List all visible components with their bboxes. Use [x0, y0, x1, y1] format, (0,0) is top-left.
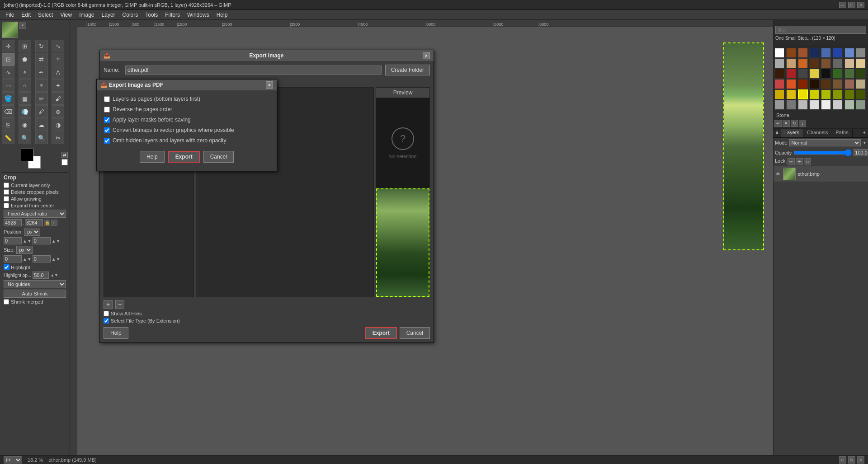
statusbar-btn-1[interactable]: ↩: [839, 456, 846, 464]
layer-visibility-icon[interactable]: 👁: [775, 171, 781, 177]
swatch-41[interactable]: [786, 100, 796, 110]
opacity-slider[interactable]: [793, 150, 852, 156]
tool-paintbrush[interactable]: 🖌: [52, 92, 64, 105]
current-layer-checkbox[interactable]: [4, 183, 9, 188]
swatch-3[interactable]: [809, 48, 819, 58]
swatch-37[interactable]: [833, 89, 843, 99]
swatch-35[interactable]: [809, 89, 819, 99]
shrink-merged-checkbox[interactable]: [4, 299, 9, 305]
swatch-6[interactable]: [844, 48, 854, 58]
swatch-36[interactable]: [821, 89, 831, 99]
unit-select[interactable]: px mm inch: [4, 456, 22, 464]
omit-hidden-checkbox[interactable]: [104, 138, 110, 144]
export-pdf-close-btn[interactable]: ×: [266, 81, 273, 89]
swatch-19[interactable]: [809, 69, 819, 79]
swatch-13[interactable]: [833, 58, 843, 68]
tool-free-select[interactable]: ⌖: [35, 79, 48, 92]
export-image-help-btn[interactable]: Help: [104, 327, 128, 339]
menu-image[interactable]: Image: [75, 11, 98, 19]
swatch-39[interactable]: [856, 89, 866, 99]
swatch-32[interactable]: [774, 89, 784, 99]
swatch-44[interactable]: [821, 100, 831, 110]
tool-gradient[interactable]: ▦: [19, 92, 31, 105]
swatch-34-highlighted[interactable]: [798, 89, 808, 99]
dimension-link[interactable]: ↔: [51, 220, 57, 226]
size-y-input[interactable]: [33, 255, 51, 262]
export-image-cancel-btn[interactable]: Cancel: [400, 327, 430, 339]
highlight-opacity-input[interactable]: [33, 272, 49, 279]
swatch-18[interactable]: [798, 69, 808, 79]
swatch-29[interactable]: [833, 79, 843, 89]
swatch-white[interactable]: [774, 48, 784, 58]
no-guides-dropdown[interactable]: No guides Center lines Rule of thirds: [4, 280, 66, 288]
select-file-type-checkbox[interactable]: [104, 318, 109, 323]
size-unit-select[interactable]: px: [16, 246, 33, 254]
maximize-button[interactable]: □: [848, 2, 855, 8]
tab-layers[interactable]: Layers: [781, 129, 803, 137]
swatch-10[interactable]: [798, 58, 808, 68]
menu-colors[interactable]: Colors: [119, 11, 142, 19]
brush-action-1[interactable]: ↩: [774, 120, 782, 127]
swatch-26[interactable]: [798, 79, 808, 89]
swatch-43[interactable]: [809, 100, 819, 110]
swatch-30[interactable]: [844, 79, 854, 89]
tool-fuzzy-select[interactable]: ✦: [52, 79, 64, 92]
lock-alpha-icon[interactable]: α: [804, 158, 811, 165]
tool-zoom[interactable]: 🔍: [19, 131, 31, 144]
pos-y-input[interactable]: [33, 237, 51, 244]
tool-flip[interactable]: ⇄: [35, 53, 48, 66]
show-all-files-checkbox[interactable]: [104, 311, 109, 316]
tool-perspective[interactable]: ⬟: [19, 53, 31, 66]
swatch-33[interactable]: [786, 89, 796, 99]
menu-view[interactable]: View: [57, 11, 75, 19]
tool-blur[interactable]: ◉: [19, 118, 31, 131]
tool-pencil[interactable]: ✏: [35, 92, 48, 105]
layer-item[interactable]: 👁 other.bmp: [774, 166, 868, 182]
close-button[interactable]: ×: [857, 2, 864, 8]
menu-tools[interactable]: Tools: [142, 11, 161, 19]
tab-channels[interactable]: Channels: [803, 129, 832, 137]
delete-cropped-checkbox[interactable]: [4, 189, 9, 195]
pdf-export-btn[interactable]: Export: [168, 151, 200, 163]
convert-bitmaps-checkbox[interactable]: [104, 127, 110, 133]
statusbar-btn-3[interactable]: ✕: [857, 456, 864, 464]
tab-paths[interactable]: Paths: [832, 129, 853, 137]
tool-eraser[interactable]: ⌫: [2, 105, 14, 118]
reset-colors-btn[interactable]: [61, 159, 68, 165]
swatch-11[interactable]: [809, 58, 819, 68]
tool-scale[interactable]: ⤡: [52, 40, 64, 52]
tool-airbrush[interactable]: 💨: [19, 105, 31, 118]
blend-mode-select[interactable]: Normal Multiply Screen: [789, 139, 861, 146]
layers-as-pages-checkbox[interactable]: [104, 96, 110, 102]
menu-edit[interactable]: Edit: [18, 11, 34, 19]
color-swatches[interactable]: [21, 149, 41, 169]
export-image-export-btn[interactable]: Export: [365, 327, 397, 339]
dimension-lock[interactable]: 🔒: [44, 220, 50, 226]
menu-help[interactable]: Help: [213, 11, 231, 19]
swatch-9[interactable]: [786, 58, 796, 68]
size-x-input[interactable]: [4, 255, 22, 262]
tool-handle[interactable]: ⌖: [19, 66, 31, 79]
statusbar-btn-2[interactable]: ↻: [848, 456, 855, 464]
tool-align[interactable]: ⊞: [19, 40, 31, 52]
height-input[interactable]: [25, 219, 43, 226]
position-unit-select[interactable]: px: [24, 228, 40, 236]
pdf-help-btn[interactable]: Help: [140, 151, 165, 163]
panel-add-icon[interactable]: +: [861, 129, 868, 136]
foreground-color-swatch[interactable]: [21, 149, 33, 161]
swatch-46[interactable]: [844, 100, 854, 110]
image-thumbnail[interactable]: [2, 22, 18, 38]
export-image-close-btn[interactable]: ×: [423, 52, 430, 59]
swatch-31[interactable]: [856, 79, 866, 89]
menu-windows[interactable]: Windows: [184, 11, 213, 19]
opacity-value-input[interactable]: [854, 149, 868, 156]
brush-action-2[interactable]: ✕: [783, 120, 790, 127]
brush-filter-input[interactable]: [775, 26, 866, 34]
tool-measure[interactable]: 📏: [2, 131, 14, 144]
tool-text[interactable]: A: [52, 66, 64, 79]
tool-scissors[interactable]: ✂: [52, 131, 64, 144]
swatch-47[interactable]: [856, 100, 866, 110]
swatch-15[interactable]: [856, 58, 866, 68]
tool-heal[interactable]: ⊕: [52, 105, 64, 118]
tool-ellipse-select[interactable]: ○: [19, 79, 31, 92]
